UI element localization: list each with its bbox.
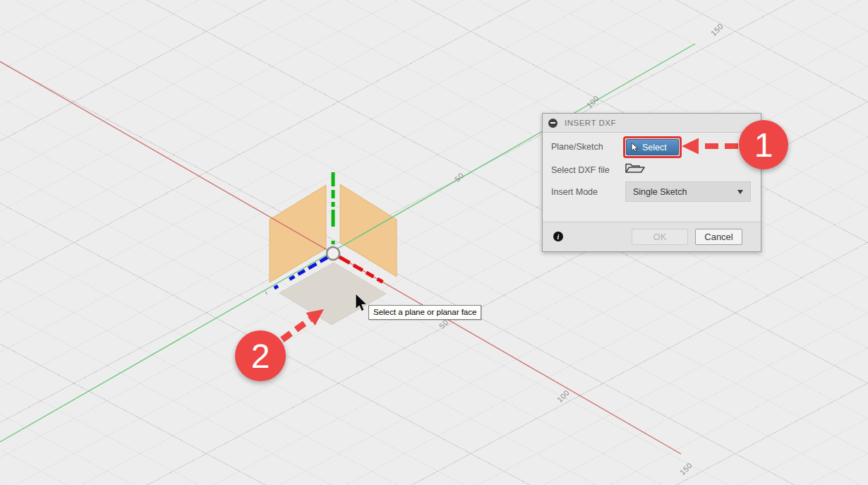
step-2-badge: 2 (235, 330, 286, 381)
dialog-title: INSERT DXF (565, 119, 616, 127)
insert-mode-value: Single Sketch (633, 187, 687, 197)
origin-marker-icon[interactable] (327, 247, 339, 260)
open-folder-icon[interactable] (624, 161, 646, 176)
step-1-badge: 1 (739, 120, 788, 169)
chevron-down-icon (737, 190, 743, 194)
insert-dxf-dialog: INSERT DXF Plane/Sketch Select Select DX… (542, 113, 761, 252)
insert-mode-label: Insert Mode (551, 187, 598, 197)
viewport-canvas[interactable]: 50 100 150 50 100 150 Select a plane or … (0, 0, 868, 485)
selection-tooltip: Select a plane or planar face (368, 305, 481, 320)
dxf-file-label: Select DXF file (551, 165, 610, 175)
cursor-arrow-icon (631, 143, 639, 152)
cancel-button[interactable]: Cancel (695, 229, 742, 245)
origin-plane-left[interactable] (270, 185, 326, 282)
dialog-footer: i OK Cancel (543, 222, 761, 251)
dialog-header: INSERT DXF (543, 114, 761, 133)
plane-select-button-label: Select (642, 143, 667, 152)
insert-mode-dropdown[interactable]: Single Sketch (625, 181, 751, 202)
select-button-highlight: Select (623, 136, 682, 158)
info-icon[interactable]: i (553, 232, 563, 241)
plane-sketch-label: Plane/Sketch (551, 142, 603, 152)
plane-select-button[interactable]: Select (626, 139, 679, 155)
collapse-icon[interactable] (548, 119, 557, 128)
ok-button[interactable]: OK (632, 229, 688, 245)
